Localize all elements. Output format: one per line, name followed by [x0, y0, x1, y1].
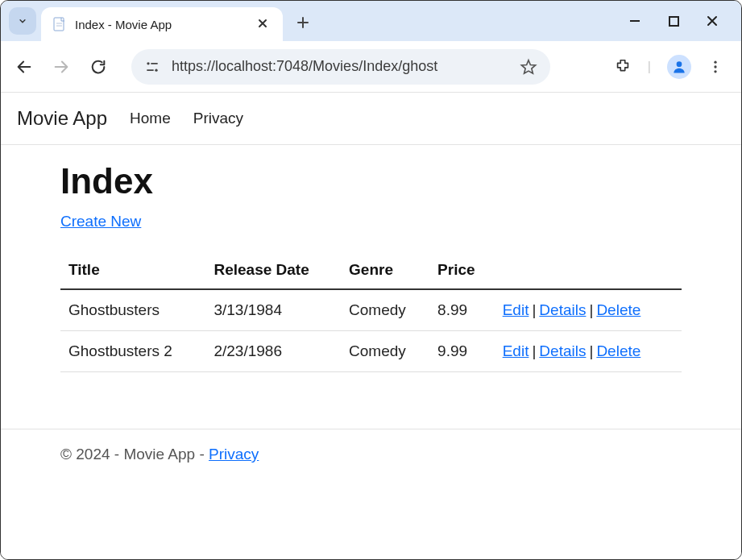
reload-icon	[89, 58, 107, 76]
close-window-button[interactable]	[704, 13, 720, 29]
address-bar[interactable]: https://localhost:7048/Movies/Index/ghos…	[131, 49, 550, 85]
details-link[interactable]: Details	[539, 342, 586, 359]
tab-search-dropdown[interactable]	[9, 7, 36, 35]
cell-price: 8.99	[429, 289, 495, 331]
main-container: Index Create New Title Release Date Genr…	[1, 145, 741, 388]
minimize-button[interactable]	[627, 13, 643, 29]
col-genre: Genre	[341, 251, 429, 289]
nav-link-home[interactable]: Home	[130, 110, 171, 127]
window-controls	[627, 1, 735, 41]
separator: |	[529, 301, 539, 318]
kebab-menu-icon[interactable]	[707, 59, 723, 75]
separator: |	[529, 342, 539, 359]
movies-table: Title Release Date Genre Price Ghostbust…	[60, 251, 682, 372]
svg-point-9	[677, 61, 682, 67]
page-footer: © 2024 - Movie App - Privacy	[1, 429, 741, 479]
maximize-icon	[668, 15, 680, 27]
back-button[interactable]	[12, 55, 36, 79]
edit-link[interactable]: Edit	[503, 301, 529, 318]
chevron-down-icon	[17, 15, 28, 27]
separator: |	[586, 342, 596, 359]
maximize-button[interactable]	[665, 13, 682, 29]
create-new-link[interactable]: Create New	[60, 213, 141, 230]
page-viewport: Movie App Home Privacy Index Create New …	[1, 93, 741, 560]
cell-genre: Comedy	[341, 289, 429, 331]
svg-point-12	[714, 70, 716, 73]
svg-point-10	[714, 60, 716, 63]
svg-rect-4	[669, 17, 678, 26]
browser-tab[interactable]: Index - Movie App	[41, 7, 283, 41]
cell-release-date: 3/13/1984	[205, 289, 341, 331]
new-tab-button[interactable]	[289, 14, 317, 35]
reload-button[interactable]	[86, 55, 110, 79]
toolbar-right: |	[614, 55, 730, 79]
app-navbar: Movie App Home Privacy	[1, 93, 741, 145]
brand-link[interactable]: Movie App	[17, 107, 107, 130]
col-price: Price	[429, 251, 495, 289]
profile-avatar-button[interactable]	[667, 55, 691, 79]
col-title: Title	[60, 251, 205, 289]
separator: |	[648, 60, 651, 74]
footer-text: © 2024 - Movie App -	[60, 446, 209, 463]
forward-button[interactable]	[49, 55, 73, 79]
svg-point-11	[714, 65, 716, 68]
tab-title: Index - Movie App	[75, 18, 246, 31]
table-row: Ghostbusters 2 2/23/1986 Comedy 9.99 Edi…	[60, 331, 682, 372]
cell-title: Ghostbusters 2	[60, 331, 205, 372]
separator: |	[586, 301, 596, 318]
extensions-icon[interactable]	[614, 58, 632, 76]
table-row: Ghostbusters 3/13/1984 Comedy 8.99 Edit|…	[60, 289, 682, 331]
url-text: https://localhost:7048/Movies/Index/ghos…	[172, 58, 508, 75]
delete-link[interactable]: Delete	[596, 342, 640, 359]
table-header-row: Title Release Date Genre Price	[60, 251, 682, 289]
minimize-icon	[628, 15, 641, 27]
close-tab-button[interactable]	[254, 15, 272, 35]
details-link[interactable]: Details	[539, 301, 586, 318]
svg-point-5	[147, 62, 149, 64]
cell-price: 9.99	[429, 331, 495, 372]
svg-rect-0	[54, 18, 64, 31]
cell-release-date: 2/23/1986	[205, 331, 341, 372]
person-icon	[671, 59, 687, 75]
plus-icon	[296, 15, 310, 30]
cell-genre: Comedy	[341, 331, 429, 372]
bookmark-star-icon[interactable]	[520, 58, 537, 76]
page-heading: Index	[60, 161, 682, 201]
page-favicon-icon	[52, 17, 67, 31]
nav-link-privacy[interactable]: Privacy	[193, 110, 243, 127]
close-icon	[706, 15, 719, 27]
delete-link[interactable]: Delete	[596, 301, 640, 318]
footer-privacy-link[interactable]: Privacy	[209, 446, 259, 463]
col-release-date: Release Date	[205, 251, 341, 289]
site-settings-icon	[144, 59, 160, 75]
cell-title: Ghostbusters	[60, 289, 205, 331]
edit-link[interactable]: Edit	[503, 342, 529, 359]
close-icon	[257, 18, 268, 29]
cell-actions: Edit|Details|Delete	[495, 331, 682, 372]
browser-toolbar: https://localhost:7048/Movies/Index/ghos…	[1, 41, 741, 93]
cell-actions: Edit|Details|Delete	[495, 289, 682, 331]
browser-tab-strip: Index - Movie App	[1, 1, 741, 41]
arrow-right-icon	[52, 58, 70, 76]
col-actions	[495, 251, 682, 289]
svg-point-7	[155, 68, 157, 71]
arrow-left-icon	[15, 58, 33, 76]
